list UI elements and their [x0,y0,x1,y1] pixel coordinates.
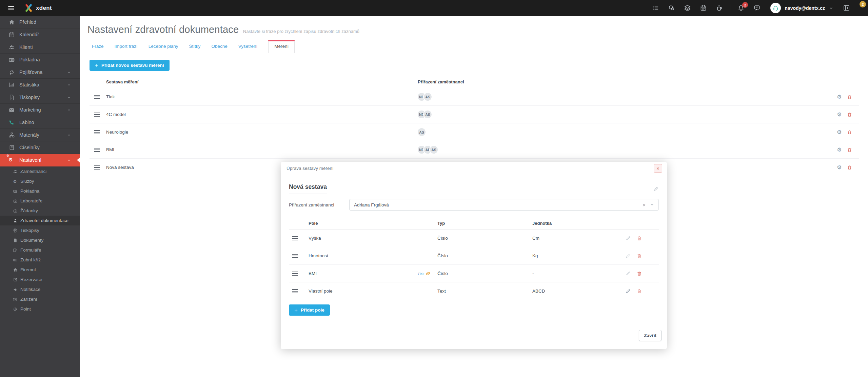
delete-trash-icon[interactable] [637,236,642,241]
sidebar-subitem-sluzby[interactable]: ⚙Služby [0,176,80,186]
employee-select[interactable]: Adriana Frgálová × [349,199,659,211]
drag-handle-icon[interactable] [292,289,298,293]
sidebar-item-pojistovna[interactable]: Pojišťovna [0,66,80,79]
sidebar-subitem-tiskopisy[interactable]: Tiskopisy [0,225,80,235]
file-text-icon [8,94,15,101]
sidebar-item-label: Číselníky [19,145,40,150]
set-name: Nová sestava [289,183,327,194]
delete-trash-icon[interactable] [637,289,642,294]
sidebar-item-kalendar[interactable]: Kalendář [0,28,80,41]
calendar-button[interactable] [695,0,711,16]
menu-toggle-button[interactable] [8,5,14,11]
drag-handle-icon[interactable] [292,254,298,258]
modal-close-button[interactable]: × [654,164,662,173]
sidebar-subitem-formulare[interactable]: Formuláře [0,245,80,255]
employee-badges: NDAFAS [418,146,827,154]
tab-obecne[interactable]: Obecné [211,41,227,53]
layers-button[interactable] [679,0,695,16]
edit-pencil-icon[interactable] [626,271,631,276]
corner-badge[interactable]: 2 [860,1,866,7]
close-modal-button[interactable]: Zavřít [639,330,662,341]
delete-trash-icon[interactable] [847,94,852,100]
delete-trash-icon[interactable] [637,271,642,276]
form-icon [13,248,18,253]
chat-button[interactable] [664,0,679,16]
tab-lecebne-plany[interactable]: Léčebné plány [149,41,178,53]
tab-mereni[interactable]: Měření [268,40,295,53]
drag-handle-icon[interactable] [94,148,100,152]
settings-gear-icon[interactable]: ⚙ [837,147,842,153]
edit-pencil-icon[interactable] [626,289,631,294]
sidebar-item-pokladna[interactable]: Pokladna [0,54,80,66]
sidebar-item-prehled[interactable]: Přehled [0,16,80,28]
select-chevron-icon[interactable] [650,203,654,207]
add-measurement-set-button[interactable]: + Přidat novou sestavu měření [90,60,170,71]
sidebar-subitem-label: Zubní kříž [20,257,41,262]
sidebar-item-ciselniky[interactable]: Číselníky [0,141,80,154]
brand-logo[interactable]: xdent [24,4,52,12]
tab-stitky[interactable]: Štítky [189,41,201,53]
tab-vysetreni[interactable]: Vyšetření [238,41,258,53]
user-menu-chevron-icon[interactable] [829,6,833,10]
calendar-icon [700,4,707,12]
avatar[interactable] [770,3,781,13]
list-button[interactable] [648,0,664,16]
messages-button[interactable] [749,0,765,16]
sidebar-item-labino[interactable]: Labino [0,116,80,129]
drag-handle-icon[interactable] [94,113,100,117]
sidebar-subitem-zubni-kriz[interactable]: Zubní kříž [0,255,80,265]
settings-gear-icon[interactable]: ⚙ [837,94,842,100]
edit-pencil-icon[interactable] [626,253,631,258]
edit-name-pencil-icon[interactable] [654,186,659,191]
drag-handle-icon[interactable] [94,130,100,134]
sidebar-subitem-notifikace[interactable]: Notifikace [0,284,80,294]
collapse-panel-button[interactable] [839,0,854,16]
coffee-button[interactable] [711,0,727,16]
add-field-button[interactable]: + Přidat pole [289,304,330,316]
delete-trash-icon[interactable] [847,112,852,117]
sidebar-item-klienti[interactable]: Klienti [0,41,80,54]
clear-selection-icon[interactable]: × [643,202,646,208]
drag-handle-icon[interactable] [94,95,100,99]
delete-trash-icon[interactable] [637,253,642,259]
panel-collapse-icon [843,4,850,12]
point-icon: P [13,307,18,312]
drag-handle-icon[interactable] [94,165,100,170]
sidebar-item-materialy[interactable]: Materiály [0,129,80,141]
tab-import-frazi[interactable]: Import frází [115,41,138,53]
field-unit: Kg [532,253,624,258]
sidebar-subitem-zdravotni-dokumentace[interactable]: Zdravotní dokumentace [0,216,80,225]
settings-gear-icon[interactable]: ⚙ [837,165,842,170]
sidebar-subitem-zadanky[interactable]: Žádanky [0,206,80,216]
drag-handle-icon[interactable] [292,272,298,276]
assign-employees-label: Přiřazení zaměstnanci [289,202,349,207]
sidebar: PřehledKalendářKlientiPokladnaPojišťovna… [0,16,80,377]
employee-badge: AS [418,128,426,136]
sidebar-subitem-rezervace[interactable]: Rezervace [0,275,80,284]
settings-gear-icon[interactable]: ⚙ [837,130,842,135]
settings-gear-icon[interactable]: ⚙ [837,112,842,117]
sidebar-item-marketing[interactable]: Marketing [0,104,80,116]
delete-trash-icon[interactable] [847,147,852,153]
sidebar-subitem-dokumenty[interactable]: Dokumenty [0,235,80,245]
chat-icon [668,4,675,12]
tab-fraze[interactable]: Fráze [92,41,104,53]
sidebar-subitem-firemni[interactable]: Firemní [0,265,80,275]
drag-handle-icon[interactable] [292,236,298,240]
sidebar-item-statistika[interactable]: Statistika [0,79,80,91]
sidebar-item-label: Marketing [19,107,41,113]
sidebar-subitem-laboratore[interactable]: Laboratoře [0,196,80,206]
sidebar-item-tiskopisy[interactable]: Tiskopisy [0,91,80,104]
sidebar-subitem-zamestnanci[interactable]: Zaměstnanci [0,166,80,176]
delete-trash-icon[interactable] [847,165,852,170]
sidebar-item-nastaveni[interactable]: ⚙⚙Nastavení [0,154,80,166]
sidebar-subitem-pokladna[interactable]: Pokladna [0,186,80,196]
sidebar-item-label: Pojišťovna [19,70,42,75]
sidebar-subitem-zarizeni[interactable]: Zařízení [0,294,80,304]
sidebar-subitem-label: Notifikace [20,287,40,292]
delete-trash-icon[interactable] [847,130,852,135]
notifications-button[interactable]: 2 [733,0,749,16]
edit-pencil-icon[interactable] [626,236,631,241]
field-type: Číslo [437,271,532,276]
sidebar-subitem-point[interactable]: PPoint [0,304,80,314]
